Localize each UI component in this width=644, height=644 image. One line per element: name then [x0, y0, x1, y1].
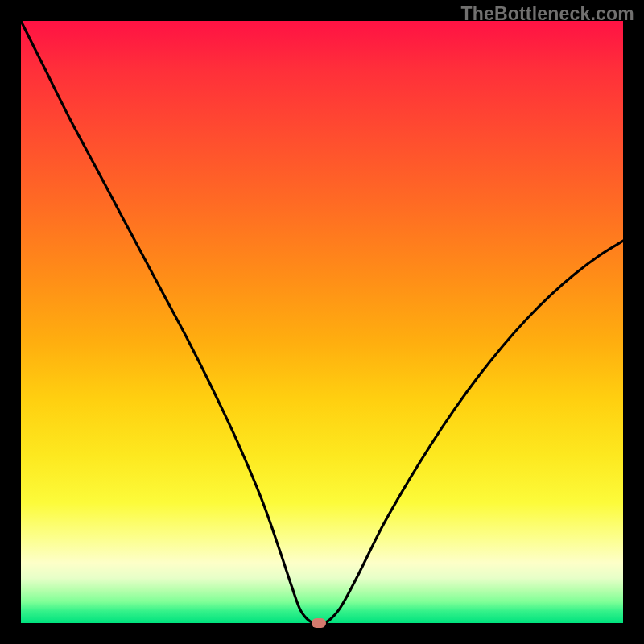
optimal-point-marker	[312, 618, 326, 628]
plot-area	[21, 21, 623, 623]
chart-container: TheBottleneck.com	[0, 0, 644, 644]
bottleneck-curve-path	[21, 21, 623, 625]
curve-svg	[21, 21, 623, 623]
